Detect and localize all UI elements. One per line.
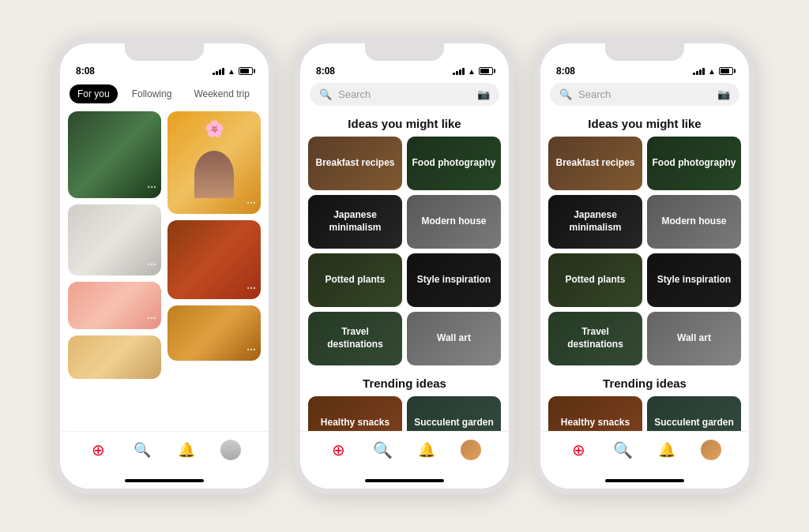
pin-plant[interactable]: ···	[68, 111, 161, 198]
avatar-3	[701, 440, 721, 460]
phone-3: 8:08 ▲ 🔍 Search 📷	[534, 37, 755, 495]
nav-bell-3[interactable]: 🔔	[657, 440, 677, 460]
pin-tacos[interactable]: ···	[167, 220, 261, 299]
feed-content: ··· ··· ··· 🌸	[60, 108, 269, 431]
trending-title-2: Trending ideas	[300, 372, 509, 396]
pin-fruit[interactable]: ···	[167, 305, 261, 361]
idea-card-breakfast-3[interactable]: Breakfast recipes	[548, 137, 642, 190]
tab-weekend-trip[interactable]: Weekend trip	[186, 84, 257, 103]
home-indicator-1	[125, 479, 204, 482]
idea-card-style-2[interactable]: Style inspiration	[407, 253, 501, 307]
idea-card-japanese-2[interactable]: Japanese minimalism	[308, 195, 402, 249]
search-bar-3[interactable]: 🔍 Search 📷	[550, 83, 739, 106]
signal-icon	[213, 68, 224, 75]
nav-avatar-3[interactable]	[701, 440, 721, 460]
idea-card-japanese-3[interactable]: Japanese minimalism	[548, 195, 642, 249]
idea-label-potted-3: Potted plants	[560, 274, 630, 287]
idea-card-potted-3[interactable]: Potted plants	[548, 253, 642, 307]
idea-card-potted-2[interactable]: Potted plants	[308, 253, 402, 307]
pin-woman[interactable]: 🌸 ···	[167, 111, 261, 214]
idea-label-travel-2: Travel destinations	[308, 326, 402, 350]
pinterest-icon-1: ⊕	[88, 440, 108, 460]
pin-pink[interactable]: ···	[68, 282, 161, 329]
feed-col-left: ··· ··· ···	[68, 111, 161, 428]
search-bar-container-3: 🔍 Search 📷	[540, 80, 749, 112]
pin-desert[interactable]	[68, 335, 161, 379]
tab-following[interactable]: Following	[124, 84, 180, 103]
idea-label-house-3: Modern house	[657, 215, 731, 228]
camera-icon-3[interactable]: 📷	[717, 88, 730, 100]
battery-icon-3	[719, 67, 733, 75]
search-placeholder-3[interactable]: Search	[578, 88, 711, 100]
phone-2: 8:08 ▲ 🔍 Search 📷	[294, 37, 515, 495]
pin-more-5[interactable]: ···	[246, 282, 256, 294]
idea-label-breakfast-2: Breakfast recipes	[310, 157, 399, 170]
pin-more-6[interactable]: ···	[246, 343, 256, 356]
idea-card-house-2[interactable]: Modern house	[407, 195, 501, 249]
nav-home-3[interactable]: ⊕	[568, 440, 589, 460]
idea-label-food-2: Food photography	[408, 157, 501, 170]
idea-label-food-3: Food photography	[648, 157, 741, 170]
search-bar-container-2: 🔍 Search 📷	[300, 80, 509, 112]
search-nav-icon-3: 🔍	[612, 440, 633, 460]
trending-succulent-2[interactable]: Succulent garden	[407, 396, 501, 431]
idea-card-breakfast-2[interactable]: Breakfast recipes	[308, 137, 402, 190]
search-placeholder-2[interactable]: Search	[338, 88, 471, 100]
idea-label-japanese-3: Japanese minimalism	[548, 209, 642, 234]
phone-notch-3	[605, 43, 684, 61]
idea-card-food-2[interactable]: Food photography	[407, 137, 501, 190]
idea-card-food-3[interactable]: Food photography	[647, 137, 741, 190]
trending-snacks-2[interactable]: Healthy snacks	[308, 396, 402, 431]
idea-card-wall-2[interactable]: Wall art	[407, 312, 501, 365]
search-bar-2[interactable]: 🔍 Search 📷	[310, 83, 499, 106]
signal-bar-4	[222, 68, 224, 75]
nav-search-2[interactable]: 🔍	[372, 440, 393, 460]
idea-card-travel-3[interactable]: Travel destinations	[548, 312, 642, 365]
tab-kitchen[interactable]: Kitche	[264, 84, 269, 103]
idea-card-travel-2[interactable]: Travel destinations	[308, 312, 402, 365]
search-icon-2: 🔍	[319, 88, 332, 100]
idea-label-japanese-2: Japanese minimalism	[308, 209, 402, 234]
signal-icon-2	[453, 68, 465, 75]
ideas-grid-2: Breakfast recipes Food photography Japan…	[300, 137, 509, 365]
trending-snacks-3[interactable]: Healthy snacks	[548, 396, 642, 431]
idea-card-style-3[interactable]: Style inspiration	[647, 253, 741, 307]
pinterest-icon-3: ⊕	[568, 440, 589, 460]
idea-card-wall-3[interactable]: Wall art	[647, 312, 741, 365]
idea-card-house-3[interactable]: Modern house	[647, 195, 741, 249]
phone-notch-2	[365, 43, 444, 61]
idea-label-wall-2: Wall art	[432, 332, 476, 345]
pin-house[interactable]: ···	[68, 204, 161, 275]
bottom-nav-2: ⊕ 🔍 🔔	[300, 431, 509, 476]
phone-screen-2: 8:08 ▲ 🔍 Search 📷	[300, 43, 509, 489]
status-time-2: 8:08	[316, 66, 335, 77]
trending-succulent-3[interactable]: Succulent garden	[647, 396, 741, 431]
feed-tabs: For you Following Weekend trip Kitche	[60, 80, 269, 108]
bell-icon-2: 🔔	[416, 440, 437, 460]
idea-label-house-2: Modern house	[416, 215, 491, 228]
nav-avatar-1[interactable]	[220, 440, 241, 460]
idea-label-breakfast-3: Breakfast recipes	[551, 157, 639, 170]
home-indicator-3	[605, 479, 684, 482]
nav-home-2[interactable]: ⊕	[328, 440, 348, 460]
camera-icon-2[interactable]: 📷	[477, 88, 490, 100]
pin-more-3[interactable]: ···	[147, 312, 156, 324]
battery-icon	[239, 67, 253, 75]
nav-search-1[interactable]: 🔍	[132, 440, 152, 460]
nav-bell-1[interactable]: 🔔	[176, 440, 197, 460]
nav-search-3[interactable]: 🔍	[612, 440, 633, 460]
nav-bell-2[interactable]: 🔔	[416, 440, 437, 460]
trending-row-1-3: Healthy snacks Succulent garden	[540, 396, 749, 431]
tab-for-you[interactable]: For you	[70, 84, 118, 103]
trending-label-snacks-2: Healthy snacks	[318, 417, 393, 429]
feed-col-right: 🌸 ··· ··· ···	[167, 111, 261, 428]
idea-label-potted-2: Potted plants	[320, 274, 389, 287]
nav-avatar-2[interactable]	[461, 440, 481, 460]
pin-more-4[interactable]: ···	[246, 197, 256, 209]
bottom-nav-1: ⊕ 🔍 🔔	[60, 431, 269, 476]
nav-home-1[interactable]: ⊕	[88, 440, 108, 460]
search-nav-icon-2: 🔍	[372, 440, 393, 460]
pin-more-2[interactable]: ···	[147, 258, 156, 271]
pin-more-1[interactable]: ···	[147, 181, 156, 193]
trending-section-2: Trending ideas Healthy snacks Succulent …	[300, 365, 509, 431]
